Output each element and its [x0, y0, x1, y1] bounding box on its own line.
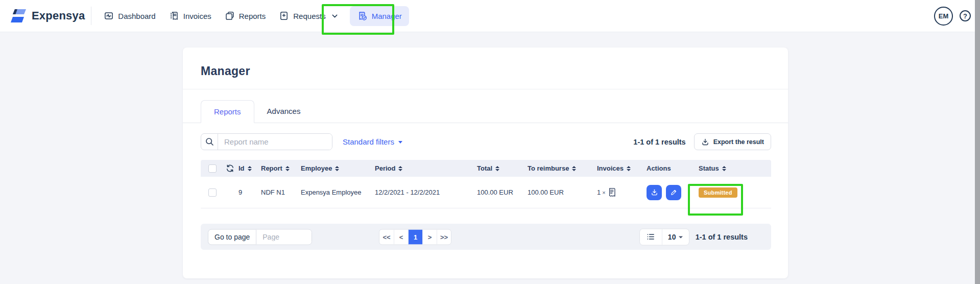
list-icon — [646, 232, 655, 242]
column-header-id[interactable]: Id — [238, 164, 261, 172]
scrollbar[interactable] — [975, 0, 980, 284]
pagination-right-cluster: 10 1-1 of 1 results — [639, 228, 748, 245]
cell-report[interactable]: NDF N1 — [261, 188, 301, 196]
sort-icon — [285, 166, 290, 171]
avatar-initials: EM — [939, 12, 949, 20]
cell-to-reimburse: 100.00 EUR — [528, 188, 597, 196]
cell-id: 9 — [238, 188, 261, 196]
toolbar-row: Standard filters 1-1 of 1 results Export… — [201, 133, 771, 150]
title-divider — [183, 89, 788, 89]
invoice-count: 1 — [597, 188, 601, 196]
card-header: Manager — [183, 48, 788, 78]
list-view-button[interactable] — [640, 229, 662, 245]
topbar-divider — [91, 7, 91, 25]
pencil-icon — [670, 188, 678, 196]
report-search-control — [201, 133, 332, 150]
sort-icon — [722, 166, 726, 171]
table-row: 9 NDF N1 Expensya Employee 12/2/2021 - 1… — [201, 177, 771, 208]
last-page-button[interactable]: >> — [437, 229, 451, 244]
per-page-control: 10 — [639, 228, 689, 245]
nav-item-invoices[interactable]: Invoices — [164, 6, 217, 26]
main-nav: Dashboard Invoices Reports — [99, 6, 409, 26]
caret-down-icon — [398, 141, 402, 144]
column-header-period[interactable]: Period — [375, 164, 477, 172]
table-header-row: Id Report Employee Period Total To reimb… — [201, 160, 771, 177]
pagination-bar: Go to page << < 1 > >> — [201, 224, 771, 250]
results-summary-top: 1-1 of 1 results — [633, 138, 685, 146]
tab-advances[interactable]: Advances — [254, 100, 314, 123]
brand-name: Expensya — [32, 9, 85, 22]
caret-down-icon — [679, 236, 683, 239]
page-title: Manager — [201, 64, 771, 78]
reports-table: Id Report Employee Period Total To reimb… — [201, 160, 771, 208]
dashboard-icon — [104, 11, 114, 21]
go-to-page-button[interactable]: Go to page — [208, 229, 256, 244]
expensya-logo-icon — [9, 8, 27, 24]
sort-icon — [398, 166, 402, 171]
column-header-total[interactable]: Total — [477, 164, 528, 172]
cell-employee: Expensya Employee — [301, 188, 375, 196]
cell-actions — [647, 185, 699, 200]
cell-total: 100.00 EUR — [477, 188, 528, 196]
tab-reports[interactable]: Reports — [201, 100, 254, 123]
column-header-actions: Actions — [647, 164, 699, 172]
search-icon — [205, 137, 214, 147]
expensya-logo[interactable]: Expensya — [9, 8, 85, 24]
download-icon — [701, 138, 709, 146]
chevron-down-icon — [331, 12, 339, 20]
download-icon — [651, 188, 658, 196]
nav-item-requests[interactable]: Requests — [274, 6, 343, 26]
sort-icon — [627, 166, 631, 171]
nav-item-manager[interactable]: Manager — [350, 6, 409, 26]
per-page-dropdown[interactable]: 10 — [662, 229, 689, 245]
sort-icon — [572, 166, 576, 171]
results-summary-bottom: 1-1 of 1 results — [696, 233, 748, 241]
help-icon[interactable]: ? — [960, 10, 971, 21]
next-page-button[interactable]: > — [422, 229, 437, 244]
refresh-icon[interactable] — [225, 163, 235, 173]
column-header-to-reimburse[interactable]: To reimburse — [528, 164, 597, 172]
export-result-button[interactable]: Export the result — [694, 133, 771, 150]
invoices-icon — [169, 11, 179, 21]
nav-item-reports[interactable]: Reports — [220, 6, 271, 26]
topbar-right-cluster: EM ? — [934, 7, 971, 26]
pager: << < 1 > >> — [379, 229, 451, 245]
sort-icon — [248, 166, 252, 171]
invoice-receipt-icon — [608, 187, 616, 197]
page-number-input[interactable] — [256, 229, 312, 244]
column-header-report[interactable]: Report — [261, 164, 301, 172]
sort-icon — [335, 166, 339, 171]
cell-status: Submitted — [699, 187, 771, 198]
sort-icon — [495, 166, 499, 171]
download-report-button[interactable] — [647, 185, 662, 200]
top-navigation-bar: Expensya Dashboard Invoices — [0, 0, 975, 32]
edit-report-button[interactable] — [666, 185, 681, 200]
row-checkbox[interactable] — [208, 188, 217, 197]
select-all-checkbox[interactable] — [208, 164, 217, 173]
column-header-status[interactable]: Status — [699, 164, 771, 172]
manager-icon — [357, 11, 368, 21]
column-header-invoices[interactable]: Invoices — [597, 164, 647, 172]
cell-invoices: 1 × — [597, 187, 647, 197]
status-badge: Submitted — [699, 187, 737, 198]
requests-icon — [279, 11, 289, 21]
go-to-page-control: Go to page — [208, 229, 312, 245]
search-button[interactable] — [201, 134, 218, 150]
manager-card: Manager Reports Advances Standard filter… — [183, 48, 788, 278]
reports-icon — [225, 11, 235, 21]
user-avatar[interactable]: EM — [934, 7, 953, 26]
invoice-times-symbol: × — [602, 190, 605, 196]
cell-period: 12/2/2021 - 12/2/2021 — [375, 188, 477, 196]
previous-page-button[interactable]: < — [394, 229, 408, 244]
tab-bar: Reports Advances — [183, 100, 788, 123]
search-input[interactable] — [218, 134, 332, 150]
column-header-employee[interactable]: Employee — [301, 164, 375, 172]
current-page-button[interactable]: 1 — [408, 229, 422, 244]
standard-filters-link[interactable]: Standard filters — [343, 137, 402, 146]
nav-item-dashboard[interactable]: Dashboard — [99, 6, 160, 26]
first-page-button[interactable]: << — [379, 229, 394, 244]
